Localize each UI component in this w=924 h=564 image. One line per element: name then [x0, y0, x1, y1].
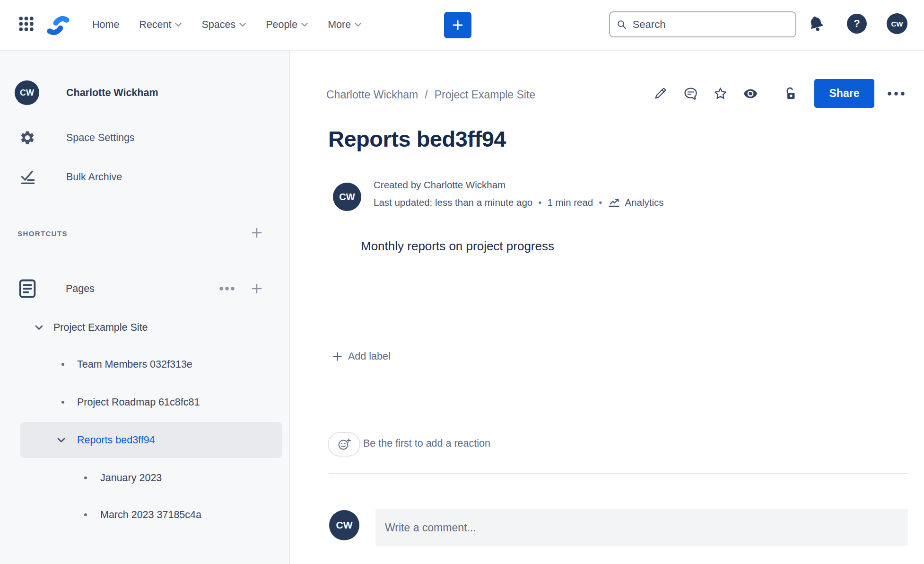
notifications-bell-icon[interactable]	[806, 13, 827, 34]
commenter-avatar: CW	[329, 510, 359, 540]
breadcrumb: Charlotte Wickham / Project Example Site	[326, 87, 535, 102]
tree-item-team-members[interactable]: Team Members 032f313e	[61, 346, 192, 383]
bullet-icon	[84, 513, 87, 516]
plus-icon	[332, 351, 343, 362]
comments-icon[interactable]	[680, 83, 701, 104]
add-page-button[interactable]	[249, 281, 265, 297]
read-time-text: 1 min read	[547, 197, 593, 208]
breadcrumb-item-page[interactable]: Project Example Site	[435, 88, 535, 101]
tree-item-january-2023[interactable]: January 2023	[84, 459, 162, 496]
share-button[interactable]: Share	[814, 79, 874, 108]
more-actions-icon[interactable]	[886, 83, 907, 104]
nav-item-spaces[interactable]: Spaces	[201, 19, 246, 31]
comment-input[interactable]	[375, 509, 908, 546]
chevron-down-icon	[355, 23, 361, 27]
smiley-plus-icon	[337, 438, 351, 451]
tree-item-project-roadmap[interactable]: Project Roadmap 61c8fc81	[61, 384, 200, 421]
space-avatar: CW	[15, 80, 39, 105]
plus-icon	[452, 19, 464, 31]
chevron-down-icon	[175, 23, 182, 27]
watch-eye-icon[interactable]	[740, 83, 761, 104]
pages-more-button[interactable]	[218, 281, 236, 297]
help-icon[interactable]: ?	[847, 14, 867, 34]
pages-section-header[interactable]: Pages	[17, 279, 169, 299]
section-divider	[329, 473, 908, 474]
breadcrumb-item-space[interactable]: Charlotte Wickham	[326, 88, 418, 101]
top-navigation-bar: Home Recent Spaces People More ?	[0, 0, 924, 51]
last-updated-text[interactable]: Last updated: less than a minute ago	[374, 197, 532, 208]
add-reaction-button[interactable]	[328, 432, 360, 457]
search-icon	[617, 19, 627, 30]
analytics-chart-icon	[608, 196, 620, 209]
nav-item-more[interactable]: More	[328, 19, 361, 31]
primary-nav: Home Recent Spaces People More	[92, 0, 361, 50]
dot-separator: •	[538, 197, 541, 208]
tree-item-project-example-site[interactable]: Project Example Site	[35, 309, 148, 346]
bullet-icon	[61, 363, 64, 366]
plus-icon	[251, 227, 263, 239]
confluence-logo-icon[interactable]	[46, 15, 70, 38]
space-name[interactable]: Charlotte Wickham	[66, 80, 158, 105]
restrictions-unlock-icon[interactable]	[780, 83, 801, 104]
gear-icon	[19, 130, 35, 146]
breadcrumb-separator: /	[425, 88, 427, 101]
dot-separator: •	[599, 197, 602, 208]
sidebar-item-space-settings[interactable]: Space Settings	[19, 128, 275, 147]
edit-pencil-icon[interactable]	[650, 83, 671, 104]
chevron-down-icon	[301, 23, 308, 27]
chevron-down-icon	[239, 23, 246, 27]
search-box[interactable]	[609, 11, 796, 37]
page-body-text: Monthly reports on project progress	[361, 239, 554, 254]
chevron-down-icon	[57, 438, 65, 443]
document-icon	[17, 279, 37, 299]
page-title: Reports bed3ff94	[328, 126, 506, 152]
profile-avatar[interactable]: CW	[887, 13, 907, 34]
favourite-star-icon[interactable]	[710, 83, 731, 104]
ellipsis-icon	[219, 286, 235, 291]
sidebar-item-bulk-archive[interactable]: Bulk Archive	[19, 167, 275, 186]
checklist-icon	[19, 169, 36, 185]
reactions-prompt: Be the first to add a reaction	[363, 432, 490, 455]
nav-item-recent[interactable]: Recent	[139, 19, 182, 31]
chevron-down-icon	[35, 325, 43, 330]
bullet-icon	[84, 476, 87, 479]
tree-item-march-2023[interactable]: March 2023 37185c4a	[84, 496, 201, 533]
page-meta-line: Last updated: less than a minute ago • 1…	[374, 196, 663, 209]
confluence-app: Home Recent Spaces People More ?	[0, 0, 924, 564]
add-label-button[interactable]: Add label	[332, 348, 391, 364]
app-switcher-grid-icon[interactable]	[16, 13, 36, 34]
author-avatar[interactable]: CW	[333, 183, 361, 211]
tree-item-reports-selected[interactable]: Reports bed3ff94	[20, 422, 282, 458]
space-sidebar: CW Charlotte Wickham Space Settings Bulk…	[0, 51, 290, 564]
shortcuts-heading: SHORTCUTS	[17, 229, 68, 238]
add-shortcut-button[interactable]	[249, 225, 265, 241]
bullet-icon	[61, 401, 64, 404]
plus-icon	[251, 282, 263, 295]
search-input[interactable]	[632, 18, 789, 31]
create-button[interactable]	[444, 12, 471, 38]
nav-item-people[interactable]: People	[266, 19, 308, 31]
created-by-line: Created by Charlotte Wickham	[374, 179, 506, 191]
nav-item-home[interactable]: Home	[92, 19, 119, 31]
analytics-link[interactable]: Analytics	[608, 196, 663, 209]
